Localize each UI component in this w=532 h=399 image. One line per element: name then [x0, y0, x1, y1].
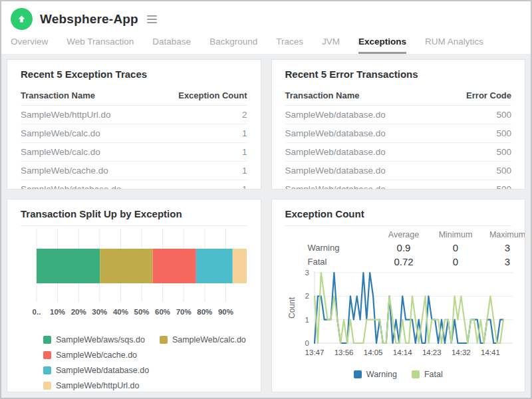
- stats-value: 0.9: [382, 241, 425, 255]
- bar-x-tick-label: 10%: [50, 308, 65, 316]
- table-header-row: Transaction Name Error Code: [285, 86, 512, 106]
- dashboard-root: { "header": { "app_title": "Websphere-Ap…: [0, 0, 532, 399]
- value-cell: 1: [155, 162, 247, 180]
- value-cell: 1: [155, 124, 247, 143]
- legend-swatch: [43, 366, 51, 374]
- stats-corner: [285, 231, 374, 236]
- dashboard-content: Recent 5 Exception Traces Transaction Na…: [1, 54, 531, 398]
- value-cell: 1: [155, 143, 247, 162]
- legend-label: SampleWeb/database.do: [56, 366, 149, 375]
- transaction-name-cell: SampleWeb/database.do: [21, 180, 155, 190]
- x-tick-label: 14:41: [481, 348, 500, 356]
- y-tick-label: 2: [305, 292, 309, 300]
- panel-transaction-split: Transaction Split Up by Exception 0..10%…: [7, 199, 261, 392]
- stats-row-label-warning: Warning: [285, 241, 374, 255]
- stacked-bar[interactable]: [37, 249, 247, 283]
- tab-database[interactable]: Database: [152, 37, 191, 54]
- transaction-name-cell: SampleWeb/cache.do: [21, 162, 155, 180]
- x-tick-label: 13:47: [305, 348, 324, 356]
- hamburger-icon[interactable]: [147, 15, 157, 23]
- stats-value: 0: [434, 241, 477, 255]
- y-tick-label: 1: [305, 316, 309, 324]
- x-tick-label: 14:14: [392, 348, 412, 356]
- legend-item-sampleweb-cache-do[interactable]: SampleWeb/cache.do: [43, 350, 137, 360]
- tab-overview[interactable]: Overview: [11, 37, 48, 54]
- transaction-name-cell: SampleWeb/database.do: [285, 124, 442, 143]
- tab-jvm[interactable]: JVM: [322, 37, 340, 54]
- bar-segment-sampleweb-httpurl-do[interactable]: [233, 249, 247, 283]
- bar-segment-sampleweb-database-do[interactable]: [196, 249, 233, 283]
- value-cell: 500: [442, 106, 511, 124]
- panel-recent-error-transactions: Recent 5 Error Transactions Transaction …: [271, 59, 526, 190]
- x-tick-label: 14:23: [422, 348, 441, 356]
- bar-x-tick-label: 50%: [134, 308, 149, 316]
- stats-value: 3: [486, 255, 525, 269]
- bar-x-tick-label: 70%: [176, 308, 192, 316]
- bar-x-tick-label: 80%: [197, 308, 212, 316]
- legend-item-sampleweb-aws-sqs-do[interactable]: SampleWeb/aws/sqs.do: [43, 335, 145, 344]
- legend-label: Fatal: [424, 370, 443, 379]
- tab-exceptions[interactable]: Exceptions: [358, 37, 406, 54]
- tab-bar: OverviewWeb TransactionDatabaseBackgroun…: [11, 37, 521, 54]
- bar-x-tick-label: 40%: [113, 308, 128, 316]
- transaction-split-chart[interactable]: 0..10%20%30%40%50%60%70%80%90%: [21, 226, 256, 326]
- value-cell: 500: [442, 143, 511, 162]
- table-row: SampleWeb/database.do500: [285, 124, 512, 143]
- bar-x-tick-label: 60%: [155, 308, 170, 316]
- legend-item-sampleweb-database-do[interactable]: SampleWeb/database.do: [43, 366, 149, 375]
- legend-item-fatal[interactable]: Fatal: [412, 370, 443, 379]
- table-row: SampleWeb/cache.do1: [21, 162, 247, 180]
- table-row: SampleWeb/database.do500: [285, 106, 512, 124]
- legend-item-sampleweb-httpurl-do[interactable]: SampleWeb/httpUrl.do: [43, 381, 140, 390]
- exception-traces-table: Transaction Name Exception Count SampleW…: [21, 86, 247, 190]
- tab-rum-analytics[interactable]: RUM Analytics: [425, 37, 483, 54]
- table-row: SampleWeb/database.do500: [285, 162, 512, 180]
- value-cell: 2: [155, 106, 247, 124]
- tab-background[interactable]: Background: [209, 37, 257, 54]
- stats-column-maximum: Maximum: [486, 226, 525, 241]
- stats-column-average: Average: [382, 226, 425, 241]
- exception-count-chart[interactable]: 0123Count13:4713:5614:0514:1414:2314:321…: [285, 269, 519, 366]
- bar-segment-sampleweb-cache-do[interactable]: [152, 249, 196, 283]
- stats-column-minimum: Minimum: [434, 226, 477, 241]
- bar-segment-sampleweb-calc-do[interactable]: [100, 249, 152, 283]
- legend-swatch: [43, 382, 51, 390]
- transaction-name-cell: SampleWeb/database.do: [285, 180, 442, 190]
- page-title: Websphere-App: [40, 12, 138, 27]
- error-transactions-table: Transaction Name Error Code SampleWeb/da…: [285, 86, 512, 190]
- stats-value: 3: [486, 241, 525, 255]
- table-row: SampleWeb/database.do500: [285, 143, 512, 162]
- legend-swatch: [412, 370, 420, 378]
- transaction-name-cell: SampleWeb/database.do: [285, 106, 442, 124]
- legend-label: Warning: [366, 370, 397, 379]
- panel-title: Recent 5 Exception Traces: [21, 68, 247, 86]
- y-tick-label: 3: [305, 269, 309, 277]
- legend-label: SampleWeb/httpUrl.do: [56, 381, 140, 390]
- series-line-fatal[interactable]: [315, 273, 503, 343]
- legend-label: SampleWeb/aws/sqs.do: [56, 335, 145, 344]
- legend-label: SampleWeb/cache.do: [56, 350, 137, 360]
- app-header: Websphere-App OverviewWeb TransactionDat…: [1, 1, 531, 54]
- value-cell: 1: [155, 180, 247, 190]
- transaction-name-cell: SampleWeb/database.do: [285, 162, 442, 180]
- x-tick-label: 14:32: [451, 348, 470, 356]
- column-header-error-code: Error Code: [442, 86, 511, 106]
- value-cell: 500: [442, 162, 511, 180]
- stats-value: 0.72: [382, 255, 425, 269]
- legend-item-warning[interactable]: Warning: [354, 370, 397, 379]
- tab-web-transaction[interactable]: Web Transaction: [66, 37, 134, 54]
- tab-traces[interactable]: Traces: [276, 37, 303, 54]
- legend-swatch: [43, 336, 51, 344]
- panel-title: Transaction Split Up by Exception: [21, 208, 247, 225]
- value-cell: 500: [442, 124, 511, 143]
- column-header-transaction-name: Transaction Name: [285, 86, 442, 106]
- transaction-name-cell: SampleWeb/httpUrl.do: [21, 106, 155, 124]
- legend-swatch: [354, 370, 362, 378]
- legend-item-sampleweb-calc-do[interactable]: SampleWeb/calc.do: [160, 335, 246, 344]
- arrow-up-icon: [17, 14, 27, 24]
- x-tick-label: 14:05: [363, 348, 382, 356]
- bar-x-tick-label: 0..: [33, 308, 41, 316]
- table-header-row: Transaction Name Exception Count: [21, 86, 247, 106]
- y-axis-label: Count: [287, 297, 297, 319]
- bar-segment-sampleweb-aws-sqs-do[interactable]: [37, 249, 100, 283]
